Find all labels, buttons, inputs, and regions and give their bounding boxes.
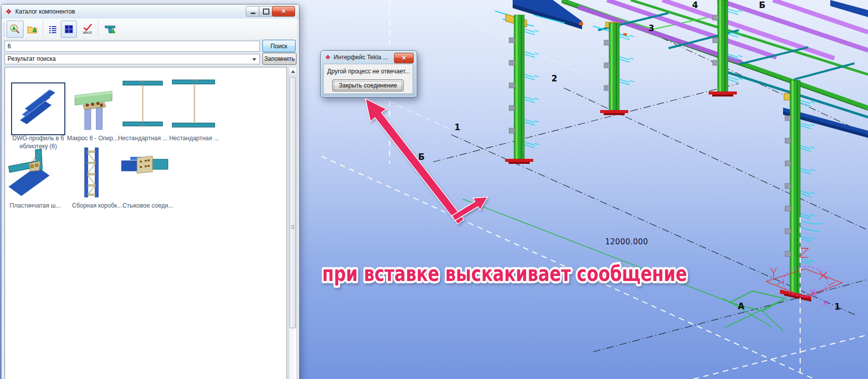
window-title: Каталог компонентов [16, 8, 75, 15]
dimension-and-workplane-green [463, 199, 785, 331]
tekla-workspace: { "catalog_window": { "title": "Каталог … [0, 0, 868, 379]
catalog-item[interactable] [8, 146, 60, 197]
item-label: DWG-профиль в б [6, 135, 71, 142]
filter-value: Результат поиска [8, 55, 56, 62]
profile-type-button[interactable] [101, 21, 119, 38]
catalog-item[interactable] [71, 84, 116, 135]
scrollbar-thumb[interactable] [290, 77, 296, 328]
toolbar-separator [98, 22, 99, 36]
item-thumbnail [8, 146, 60, 197]
search-button[interactable]: Поиск [262, 40, 296, 52]
grid-label: 3 [648, 23, 654, 33]
minimize-button[interactable] [246, 6, 260, 17]
item-label: Нестандартная ... [163, 135, 225, 142]
catalog-item[interactable] [78, 147, 105, 198]
dialog-title: Интерфейс Tekla ... [334, 54, 388, 61]
maximize-icon [263, 9, 269, 15]
catalog-item[interactable] [121, 150, 169, 189]
item-thumbnail [121, 76, 165, 135]
toolbar-grip[interactable] [4, 23, 5, 37]
list-icon [48, 24, 58, 34]
thumbnail-view-button[interactable] [61, 21, 77, 38]
column-icon [104, 24, 116, 35]
search-cone-icon [10, 24, 21, 35]
list-view-button[interactable] [45, 21, 61, 38]
close-icon: × [281, 7, 285, 16]
item-label: Стыковое соеди... [117, 202, 179, 209]
catalog-item-list: DWG-профиль в б иблиотеку (6) Макрос 6 -… [5, 67, 287, 379]
item-thumbnail [14, 85, 63, 133]
grid-label: 4 [692, 0, 698, 10]
scroll-grip-icon [291, 225, 295, 229]
grid-label: Б [418, 152, 425, 162]
scrollbar[interactable] [288, 67, 297, 379]
filter-dropdown[interactable]: Результат поиска [5, 54, 260, 64]
abcd-check-icon: abcd [81, 23, 94, 35]
import-button[interactable] [24, 21, 41, 38]
grid-label: А [738, 301, 744, 311]
maximize-button[interactable] [259, 6, 273, 17]
tekla-logo-icon: ❖ [6, 8, 12, 15]
item-thumbnail [170, 76, 217, 135]
column [709, 0, 742, 97]
minimize-icon [251, 13, 255, 14]
item-thumbnail [121, 150, 169, 189]
column [505, 15, 539, 164]
catalog-item[interactable] [121, 76, 165, 135]
grid-label: 1 [454, 122, 460, 132]
dialog-body: Другой процесс не отвечает... Закрыть со… [323, 64, 413, 94]
close-icon: × [402, 54, 406, 62]
dimension-text: 12000.000 [605, 237, 648, 246]
grid-label: Б [759, 0, 765, 10]
item-label: Пластинчатая ш... [5, 202, 65, 209]
toolbar-separator [43, 22, 44, 36]
item-thumbnail [78, 147, 105, 198]
dialog-message: Другой процесс не отвечает... [327, 68, 410, 75]
scroll-up-button[interactable] [289, 67, 297, 76]
search-input[interactable] [5, 41, 260, 52]
item-thumbnail [71, 84, 116, 135]
abcd-label: abcd [83, 30, 91, 35]
tekla-interface-dialog: ❖ Интерфейс Tekla ... × Другой процесс н… [320, 50, 417, 98]
roof-structure [495, 0, 868, 138]
close-connection-label: Закрыть соединение [339, 82, 397, 89]
component-catalog-window: ❖ Каталог компонентов × [1, 4, 300, 379]
tekla-logo-icon: ❖ [325, 54, 331, 61]
grid-icon [64, 24, 74, 34]
folder-cone-icon [27, 24, 38, 35]
search-mode-button[interactable] [7, 21, 24, 38]
catalog-item[interactable] [170, 76, 217, 135]
chevron-down-icon [252, 58, 256, 61]
grid-label: 2 [551, 73, 557, 83]
catalog-item[interactable] [11, 82, 65, 135]
arrow-up-icon [291, 70, 295, 73]
column [600, 23, 634, 115]
grid-label: 1 [834, 302, 840, 312]
close-connection-button[interactable]: Закрыть соединение [332, 79, 404, 91]
remember-button[interactable]: Запомнить [262, 53, 297, 65]
dialog-close-button[interactable]: × [394, 53, 414, 63]
spellcheck-button[interactable]: abcd [78, 21, 97, 38]
close-button[interactable]: × [272, 6, 295, 17]
